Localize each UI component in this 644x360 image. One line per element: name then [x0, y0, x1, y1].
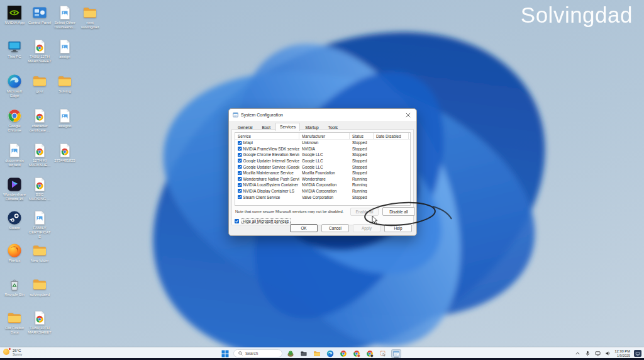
desktop-icon-solving[interactable]: Solving	[53, 74, 77, 94]
service-row-nvidia-display-container-ls[interactable]: NVIDIA Display Container LS NVIDIA Corpo…	[235, 188, 410, 194]
desktop-icon-control-panel[interactable]: Control Panel	[28, 5, 52, 25]
desktop-icon-next-solvingdad[interactable]: next solvingdad	[78, 5, 102, 30]
desktop-icon-tabu-10th-marksheet[interactable]: TABU 10TH MARKSHEET	[28, 310, 52, 335]
service-row-wondershare-native-push-service[interactable]: Wondershare Native Push Service Wondersh…	[235, 176, 410, 183]
desktop-icon-label: Select Other Troublesho...	[53, 21, 77, 30]
desktop-icon-this-pc[interactable]: This PC	[3, 39, 26, 59]
help-button[interactable]: Help	[384, 224, 412, 232]
service-row-google-updater-internal-service[interactable]: Google Updater Internal Service... Googl…	[235, 158, 410, 164]
tab-startup[interactable]: Startup	[301, 123, 323, 131]
checkbox-checked-icon[interactable]	[238, 165, 242, 169]
close-icon[interactable]	[400, 109, 416, 121]
search-label: Search	[245, 351, 258, 356]
tab-services[interactable]: Services	[275, 123, 300, 131]
service-manufacturer: Google LLC	[299, 159, 350, 163]
desktop-icon-12th-ki-markshe[interactable]: 12TH KI MARKSHE...	[28, 143, 52, 167]
checkbox-checked-icon[interactable]	[238, 141, 242, 145]
notification-icon[interactable]	[634, 350, 641, 357]
cancel-button[interactable]: Cancel	[321, 224, 349, 232]
taskbar-chrome-button[interactable]	[338, 349, 348, 358]
desktop-icon-assignn[interactable]: assignn	[53, 108, 77, 128]
display-icon[interactable]	[594, 351, 601, 357]
desktop-icon-firefox[interactable]: Firefox	[3, 243, 26, 263]
taskbar-clock[interactable]: 12:30 PM 1/9/2025	[614, 349, 630, 357]
folder-icon	[32, 277, 47, 292]
service-row-google-updater-service-google[interactable]: Google Updater Service (Google... Google…	[235, 164, 410, 170]
checkbox-checked-icon[interactable]	[238, 153, 242, 157]
image-doc-icon	[7, 143, 22, 158]
ok-button[interactable]: OK	[290, 224, 318, 232]
hide-microsoft-services-checkbox[interactable]: Hide all Microsoft services	[235, 218, 291, 224]
checkbox-checked-icon[interactable]	[238, 177, 242, 181]
dialog-titlebar[interactable]: System Configuration	[229, 109, 416, 121]
service-row-google-chrome-elevation-servic[interactable]: Google Chrome Elevation Servic... Google…	[235, 152, 410, 158]
service-row-mozilla-maintenance-service[interactable]: Mozilla Maintenance Service Mozilla Foun…	[235, 170, 410, 176]
desktop-icon-google-chrome[interactable]: Google Chrome	[3, 108, 26, 133]
enable-all-button[interactable]: Enable all	[350, 208, 379, 216]
taskbar-selection-tool-button[interactable]	[378, 349, 388, 358]
weather-condition: Sunny	[13, 352, 22, 356]
desktop-icon-label: BSC NURSING ...	[28, 193, 52, 201]
folder-icon	[32, 243, 47, 258]
desktop-icon-label: Google Chrome	[3, 124, 26, 133]
tab-tools[interactable]: Tools	[324, 123, 342, 131]
service-status: Stopped	[350, 152, 374, 157]
desktop-icon-govt[interactable]: govt	[28, 74, 52, 94]
taskbar-system-configuration-button-active[interactable]	[391, 349, 401, 358]
desktop-icon-recycle-bin[interactable]: Recycle Bin	[3, 277, 26, 297]
desktop-icon-label: TABU 12TH MARKSHEET	[28, 55, 52, 64]
checkbox-checked-icon[interactable]	[238, 189, 242, 193]
taskbar-file-explorer-button[interactable]	[312, 349, 322, 358]
desktop-icon-steam[interactable]: Steam	[3, 210, 26, 230]
start-button[interactable]	[220, 349, 230, 358]
service-row-nvidia-localsystem-container[interactable]: NVIDIA LocalSystem Container NVIDIA Corp…	[235, 182, 410, 188]
taskbar-file-explorer-dark-button[interactable]	[299, 349, 309, 358]
tab-boot[interactable]: Boot	[257, 123, 275, 131]
checkbox-checked-icon[interactable]	[238, 195, 242, 200]
taskbar-chrome-profile-3-button[interactable]	[365, 349, 375, 358]
taskbar-chrome-profile-2-button[interactable]	[352, 349, 362, 358]
desktop-icon-family-certificate[interactable]: FAMILY CERTIFICATE	[28, 210, 52, 239]
desktop-icon-wondershare-filmora-15[interactable]: Wondershare Filmora 15	[3, 177, 26, 201]
image-doc-icon	[57, 5, 72, 20]
desktop-icon-character-certificate[interactable]: character certificate ...	[28, 108, 52, 133]
chevron-up-icon[interactable]	[574, 351, 580, 357]
desktop-icon-select-other-troublesho[interactable]: Select Other Troublesho...	[53, 5, 77, 30]
desktop-icon-label: 12TH KI MARKSHE...	[28, 159, 52, 167]
apply-button[interactable]: Apply	[353, 224, 380, 232]
desktop-icon-bsc-nursing[interactable]: BSC NURSING ...	[28, 177, 52, 201]
image-doc-icon	[57, 108, 72, 123]
service-manufacturer: NVIDIA	[299, 147, 350, 151]
services-list-header[interactable]: Service Manufacturer Status Date Disable…	[235, 133, 410, 140]
taskbar-edge-button[interactable]	[325, 349, 335, 358]
services-list[interactable]: Service Manufacturer Status Date Disable…	[235, 132, 411, 206]
desktop-icon-old-firefox-data[interactable]: Old Firefox Data	[3, 310, 26, 335]
checkbox-checked-icon[interactable]	[238, 147, 242, 151]
service-status: Running	[350, 177, 374, 181]
desktop-icon-documents-for-fard[interactable]: documents for fard	[3, 143, 26, 167]
service-row-nvidia-frameview-sdk-service[interactable]: NVIDIA FrameView SDK service NVIDIA Stop…	[235, 146, 410, 152]
desktop-icon-microsoft-edge[interactable]: Microsoft Edge	[3, 74, 26, 98]
desktop-icon-nvidia-app[interactable]: NVIDIA App	[3, 5, 26, 25]
desktop-icon-label: Control Panel	[28, 21, 51, 25]
microphone-icon[interactable]	[584, 351, 591, 357]
taskbar-widgets-button[interactable]	[286, 349, 296, 358]
service-row-brlapi[interactable]: brlapi Unknown Stopped	[235, 140, 410, 146]
desktop-icon-tabu-12th-marksheet[interactable]: TABU 12TH MARKSHEET	[28, 39, 52, 64]
tab-general[interactable]: General	[233, 123, 257, 131]
weather-widget[interactable]: 26°C Sunny	[3, 349, 22, 356]
checkbox-checked-icon[interactable]	[238, 159, 242, 163]
desktop-icon-2734481825[interactable]: 2734481825	[53, 143, 77, 163]
desktop-icon-new-folder[interactable]: New folder	[28, 243, 52, 263]
edge-icon	[7, 74, 22, 89]
desktop-icon-assign[interactable]: assign	[53, 39, 77, 59]
checkbox-checked-icon[interactable]	[238, 183, 242, 188]
service-manufacturer: Valve Corporation	[299, 195, 350, 200]
dialog-button-row: OK Cancel Apply Help	[290, 224, 412, 232]
checkbox-checked-icon[interactable]	[238, 171, 242, 176]
taskbar-search[interactable]: Search	[233, 349, 282, 357]
disable-all-button[interactable]: Disable all	[382, 207, 415, 216]
speaker-icon[interactable]	[604, 351, 611, 357]
desktop-icon-solvingdaed[interactable]: solvingdaed	[28, 277, 52, 297]
service-row-steam-client-service[interactable]: Steam Client Service Valve Corporation S…	[235, 194, 410, 200]
